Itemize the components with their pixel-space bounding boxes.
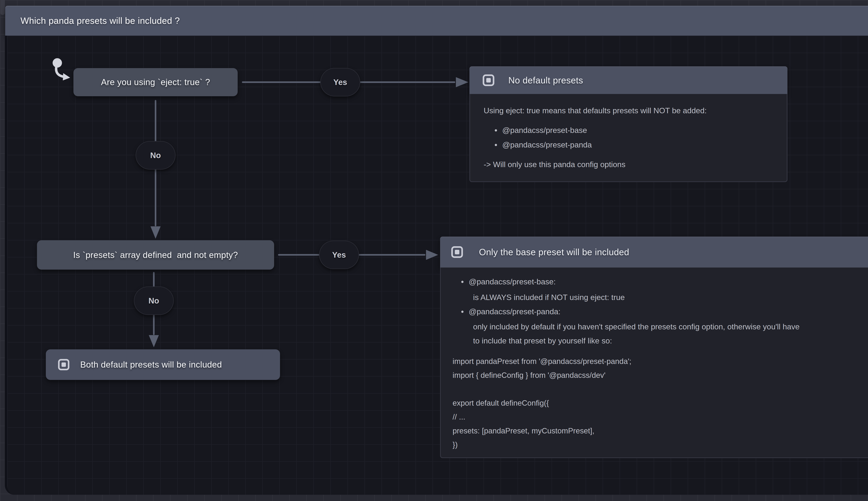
code-line: // ...	[453, 410, 631, 424]
code-line: export default defineConfig({	[453, 396, 631, 410]
diagram-outer-canvas[interactable]: Which panda presets will be included ? A…	[0, 0, 868, 501]
decision-node-presets[interactable]: Is `presets` array defined and not empty…	[37, 240, 274, 270]
edge-label-yes-1[interactable]: Yes	[320, 68, 360, 96]
result-node-both[interactable]: Both default presets will be included	[46, 349, 280, 380]
bullet-item: @pandacss/preset-panda	[495, 140, 592, 149]
arrowhead-no-1	[151, 226, 161, 239]
bullet-dot	[461, 281, 463, 283]
result-box-base-only-body[interactable]: @pandacss/preset-base: is ALWAYS include…	[440, 267, 868, 458]
result-box-base-only[interactable]: Only the base preset will be included @p…	[440, 237, 868, 458]
bullet-detail: to include that preset by yourself like …	[473, 336, 612, 346]
result-node-both-label: Both default presets will be included	[80, 360, 222, 370]
decision-node-presets-label: Is `presets` array defined and not empty…	[73, 250, 238, 260]
arrowhead-yes-2	[426, 250, 438, 260]
edge-label-no-1[interactable]: No	[135, 141, 176, 170]
decision-node-eject-label: Are you using `eject: true` ?	[101, 77, 210, 87]
bullet-item: @pandacss/preset-base:	[461, 277, 556, 286]
result-box-no-defaults[interactable]: No default presets Using eject: true mea…	[470, 66, 788, 182]
edge-label-yes-2[interactable]: Yes	[319, 241, 359, 269]
result-box-base-only-title: Only the base preset will be included	[479, 247, 629, 257]
frame-shape-icon	[58, 359, 69, 370]
code-line: import { defineConfig } from '@pandacss/…	[453, 368, 631, 382]
code-line: import pandaPreset from '@pandacss/prese…	[453, 354, 631, 368]
intro-text: Using eject: true means that defaults pr…	[484, 106, 707, 116]
code-line: })	[453, 438, 631, 452]
edge-label-no-2[interactable]: No	[134, 287, 174, 315]
result-box-no-defaults-title: No default presets	[508, 75, 583, 85]
arrowhead-no-2	[149, 335, 159, 347]
result-box-no-defaults-body[interactable]: Using eject: true means that defaults pr…	[470, 94, 788, 182]
outro-text: -> Will only use this panda config optio…	[484, 160, 626, 169]
decision-node-eject[interactable]: Are you using `eject: true` ?	[74, 68, 238, 96]
result-box-no-defaults-header[interactable]: No default presets	[470, 66, 788, 94]
frame-shape-icon	[451, 246, 463, 258]
bullet-dot	[461, 311, 463, 313]
code-line	[453, 382, 631, 396]
frame-shape-icon	[483, 74, 494, 86]
bullet-detail: is ALWAYS included if NOT using eject: t…	[473, 292, 625, 302]
code-line: presets: [pandaPreset, myCustomPreset],	[453, 424, 631, 438]
bullet-dot	[495, 144, 497, 146]
result-box-base-only-header[interactable]: Only the base preset will be included	[440, 237, 868, 267]
bullet-item: @pandacss/preset-base	[495, 126, 587, 135]
bullet-item: @pandacss/preset-panda:	[461, 307, 561, 316]
arrowhead-yes-1	[456, 77, 468, 87]
code-block: import pandaPreset from '@pandacss/prese…	[453, 354, 631, 452]
bullet-detail: only included by default if you haven't …	[473, 322, 800, 332]
bullet-dot	[495, 129, 497, 131]
